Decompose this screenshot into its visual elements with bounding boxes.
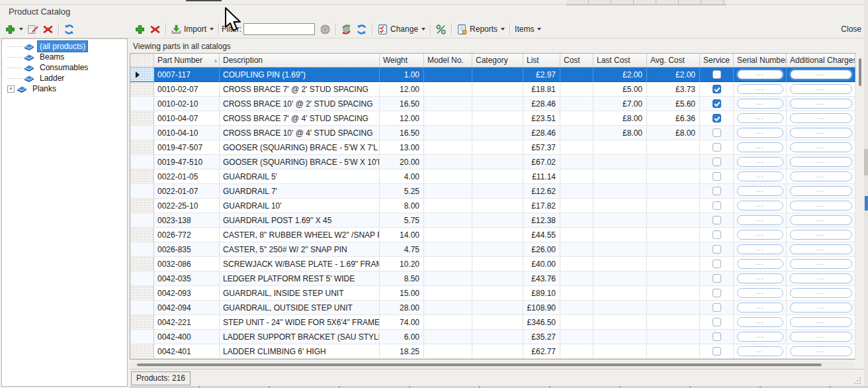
- vertical-scrollbar-thumb[interactable]: [859, 58, 861, 86]
- grid-cell-addl[interactable]: ...: [787, 111, 855, 126]
- grid-cell-serial[interactable]: ...: [734, 228, 787, 242]
- grid-cell-desc[interactable]: GUARDRAIL 10': [220, 199, 380, 213]
- grid-cell-last[interactable]: [593, 170, 647, 184]
- grid-cell-list[interactable]: £40.00: [523, 257, 560, 271]
- service-checkbox[interactable]: [713, 318, 721, 326]
- grid-cell-service[interactable]: [700, 271, 734, 286]
- grid-cell-list[interactable]: £18.81: [523, 82, 560, 97]
- grid-cell-addl[interactable]: ...: [787, 228, 855, 242]
- serial-number-ellipsis-button[interactable]: ...: [737, 84, 783, 94]
- additional-charges-ellipsis-button[interactable]: ...: [790, 157, 852, 167]
- grid-cell-avg[interactable]: [647, 315, 700, 330]
- clear-filter-button[interactable]: [318, 23, 333, 36]
- service-checkbox[interactable]: [713, 128, 721, 137]
- additional-charges-ellipsis-button[interactable]: ...: [790, 186, 852, 196]
- grid-cell-model[interactable]: [424, 184, 472, 199]
- serial-number-ellipsis-button[interactable]: ...: [737, 332, 783, 342]
- grid-cell-category[interactable]: [472, 228, 523, 242]
- grid-cell-model[interactable]: [424, 271, 472, 286]
- grid-cell-desc[interactable]: LEDGER PLATFORM REST 5' WIDE: [220, 271, 380, 286]
- grid-cell-category[interactable]: [472, 126, 523, 140]
- grid-cell-avg[interactable]: [647, 184, 700, 199]
- table-row[interactable]: 0032-086SCREWJACK W/BASE PLATE - 1.69" F…: [130, 257, 855, 271]
- grid-cell-weight[interactable]: 6.00: [380, 330, 424, 344]
- grid-cell-addl[interactable]: ...: [787, 126, 855, 140]
- grid-cell-desc[interactable]: COUPLING PIN (1.69"): [220, 68, 380, 82]
- serial-number-ellipsis-button[interactable]: ...: [737, 171, 783, 181]
- grid-cell-model[interactable]: [424, 286, 472, 301]
- grid-cell-list[interactable]: £43.76: [523, 271, 560, 286]
- grid-cell-category[interactable]: [472, 97, 523, 111]
- table-row[interactable]: 0023-138GUARDRAIL POST 1.69" X 455.75£12…: [130, 213, 855, 228]
- grid-cell-category[interactable]: [472, 344, 523, 359]
- additional-charges-ellipsis-button[interactable]: ...: [790, 84, 852, 94]
- table-row[interactable]: 0026-772CASTER, 8" RUBBER WHEEL W2" /SNA…: [130, 228, 855, 242]
- table-row[interactable]: 0007-117COUPLING PIN (1.69")1.00£2.97£2.…: [130, 68, 855, 82]
- grid-cell-cost[interactable]: [560, 140, 593, 155]
- grid-cell-part[interactable]: 0026-772: [154, 228, 220, 242]
- grid-cell-model[interactable]: [424, 97, 472, 111]
- grid-cell-weight[interactable]: 14.00: [380, 228, 424, 242]
- grid-cell-model[interactable]: [424, 140, 472, 155]
- serial-number-ellipsis-button[interactable]: ...: [737, 201, 783, 211]
- serial-number-ellipsis-button[interactable]: ...: [737, 346, 783, 356]
- grid-cell-part[interactable]: 0019-47-510: [154, 155, 220, 170]
- grid-cell-desc[interactable]: GUARDRAIL, INSIDE STEP UNIT: [220, 286, 380, 301]
- table-row[interactable]: 0022-01-05GUARDRAIL 5'4.00£11.14......: [130, 170, 855, 184]
- grid-cell-addl[interactable]: ...: [787, 315, 855, 330]
- grid-cell-list[interactable]: £108.90: [523, 301, 560, 315]
- grid-cell-part[interactable]: 0042-035: [154, 271, 220, 286]
- grid-cell-addl[interactable]: ...: [787, 97, 855, 111]
- grid-cell-addl[interactable]: ...: [787, 140, 855, 155]
- close-button[interactable]: Close: [841, 24, 861, 34]
- grid-cell-part[interactable]: 0042-221: [154, 315, 220, 330]
- grid-cell-weight[interactable]: 8.50: [380, 271, 424, 286]
- grid-cell-cost[interactable]: [560, 315, 593, 330]
- additional-charges-ellipsis-button[interactable]: ...: [790, 99, 852, 109]
- serial-number-ellipsis-button[interactable]: ...: [737, 99, 783, 109]
- grid-cell-addl[interactable]: ...: [787, 170, 855, 184]
- grid-cell-part[interactable]: 0042-093: [154, 286, 220, 301]
- grid-cell-avg[interactable]: [647, 257, 700, 271]
- additional-charges-ellipsis-button[interactable]: ...: [790, 171, 852, 181]
- grid-cell-weight[interactable]: 16.50: [380, 126, 424, 140]
- refresh-catalogs-button[interactable]: [62, 23, 77, 36]
- grid-cell-category[interactable]: [472, 257, 523, 271]
- service-checkbox[interactable]: [713, 274, 721, 283]
- grid-cell-desc[interactable]: GUARDRAIL POST 1.69" X 45: [220, 213, 380, 228]
- grid-cell-last[interactable]: [593, 315, 647, 330]
- grid-cell-model[interactable]: [424, 111, 472, 126]
- grid-cell-weight[interactable]: 13.00: [380, 140, 424, 155]
- grid-cell-last[interactable]: [593, 199, 647, 213]
- grid-cell-desc[interactable]: CROSS BRACE 10' @ 4' STUD SPACING: [220, 126, 380, 140]
- service-checkbox[interactable]: [713, 85, 721, 93]
- grid-cell-part[interactable]: 0019-47-507: [154, 140, 220, 155]
- grid-cell-serial[interactable]: ...: [734, 301, 787, 315]
- serial-number-ellipsis-button[interactable]: ...: [737, 186, 783, 196]
- service-checkbox[interactable]: [713, 143, 721, 152]
- grid-cell-serial[interactable]: ...: [734, 330, 787, 344]
- table-row[interactable]: 0022-01-07GUARDRAIL 7'5.25£12.62......: [130, 184, 855, 199]
- grid-cell-serial[interactable]: ...: [734, 213, 787, 228]
- grid-cell-model[interactable]: [424, 170, 472, 184]
- grid-cell-serial[interactable]: ...: [734, 68, 787, 82]
- grid-cell-category[interactable]: [472, 68, 523, 82]
- service-checkbox[interactable]: [713, 245, 721, 254]
- grid-cell-part[interactable]: 0042-401: [154, 344, 220, 359]
- column-header-list[interactable]: List: [523, 54, 560, 68]
- grid-cell-last[interactable]: £2.00: [593, 68, 647, 82]
- table-row[interactable]: 0019-47-510GOOSER (SQUARING) BRACE - 5'W…: [130, 155, 855, 170]
- grid-cell-part[interactable]: 0007-117: [154, 68, 220, 82]
- row-selector-cell[interactable]: [130, 126, 154, 140]
- grid-cell-desc[interactable]: CASTER, 5" 250# W/ 2" SNAP PIN: [220, 242, 380, 257]
- grid-cell-cost[interactable]: [560, 286, 593, 301]
- service-checkbox[interactable]: [713, 230, 721, 239]
- table-row[interactable]: 0042-094GUARDRAIL, OUTSIDE STEP UNIT28.0…: [130, 301, 855, 315]
- grid-cell-list[interactable]: £12.62: [523, 184, 560, 199]
- grid-cell-addl[interactable]: ...: [787, 257, 855, 271]
- grid-cell-list[interactable]: £26.00: [523, 242, 560, 257]
- grid-cell-category[interactable]: [472, 271, 523, 286]
- grid-cell-avg[interactable]: [647, 140, 700, 155]
- grid-cell-model[interactable]: [424, 155, 472, 170]
- row-selector-cell[interactable]: [130, 82, 154, 97]
